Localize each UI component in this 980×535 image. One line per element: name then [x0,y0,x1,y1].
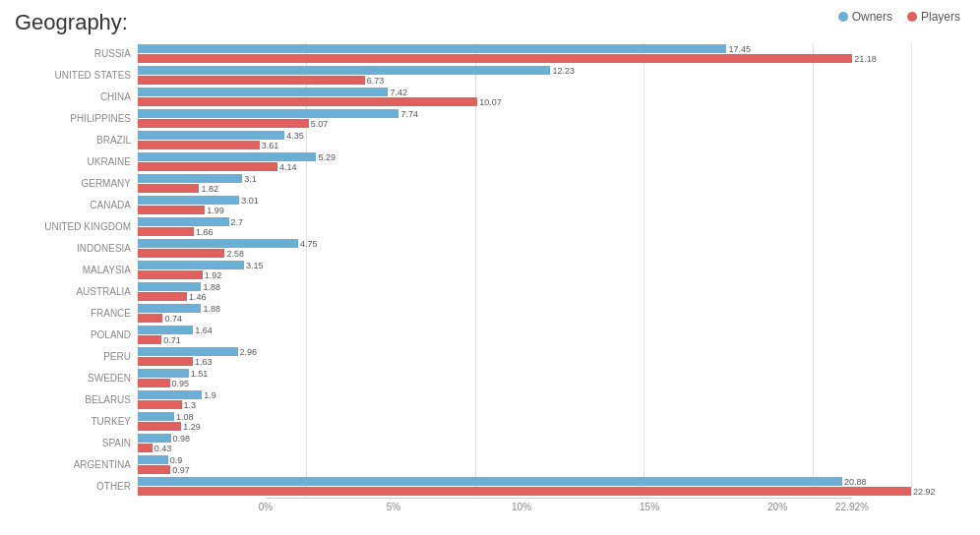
owners-value: 1.51 [191,369,209,379]
owners-bar: 7.42 [138,88,388,96]
players-bar: 1.3 [138,400,182,409]
owners-value: 0.9 [170,455,183,465]
owners-value: 1.9 [204,390,216,400]
players-bar: 0.97 [138,465,170,474]
owners-bar: 12.23 [138,66,550,75]
x-axis-tick: 20% [767,499,787,512]
country-label: SPAIN [5,433,131,453]
players-bar: 1.92 [138,270,203,279]
owners-bar: 3.1 [138,174,242,183]
country-label: MALAYSIA [5,260,131,280]
legend-owners: Owners [838,10,892,24]
owners-value: 3.01 [241,196,259,206]
players-value: 10.07 [479,97,502,107]
players-value: 1.46 [189,292,207,302]
country-label: BELARUS [5,389,131,410]
players-bar: 1.29 [138,422,181,431]
owners-bar: 1.64 [138,326,193,334]
bar-group: BRAZIL4.353.61 [138,130,911,150]
legend-players: Players [907,10,960,24]
owners-bar: 1.88 [138,282,201,291]
chart-title: Geography: [10,10,970,35]
players-bar: 2.58 [138,249,224,258]
players-value: 21.18 [854,54,877,64]
owners-value: 3.15 [246,261,264,270]
owners-bar: 1.88 [138,304,201,313]
owners-value: 4.75 [300,239,318,249]
players-bar: 22.92 [138,487,911,496]
owners-dot [838,12,848,22]
country-label: CHINA [5,87,131,107]
owners-bar: 1.51 [138,369,189,378]
chart-container: Geography: Owners Players RUSSIA17.4521.… [0,0,980,535]
players-bar: 0.43 [138,444,153,452]
country-label: POLAND [5,325,131,345]
players-value: 0.43 [154,444,172,453]
owners-value: 7.42 [390,88,407,97]
owners-bar: 3.01 [138,196,239,205]
players-value: 6.73 [367,76,385,86]
owners-bar: 2.96 [138,347,238,356]
players-bar: 0.95 [138,379,170,387]
chart-inner: RUSSIA17.4521.18UNITED STATES12.236.73CH… [138,43,911,517]
bar-group: UNITED KINGDOM2.71.66 [138,216,911,237]
owners-value: 20.88 [844,477,867,487]
bar-group: UKRAINE5.294.14 [138,151,911,172]
players-bar: 1.63 [138,357,193,366]
owners-value: 7.74 [400,109,418,119]
players-value: 1.99 [207,206,224,215]
x-axis-tick: 0% [259,499,273,512]
bar-group: CANADA3.011.99 [138,195,911,215]
bar-group: RUSSIA17.4521.18 [138,43,911,64]
owners-value: 2.96 [240,347,258,357]
players-value: 1.29 [183,422,201,432]
players-value: 1.82 [201,184,218,194]
country-label: TURKEY [5,411,131,432]
players-value: 0.95 [172,379,190,388]
bar-group: PHILIPPINES7.745.07 [138,108,911,129]
owners-value: 4.35 [286,131,304,141]
x-axis-tick: 5% [387,499,400,512]
players-value: 4.14 [279,162,297,172]
owners-value: 1.08 [176,412,194,422]
players-dot [907,12,917,22]
players-bar: 10.07 [138,97,477,106]
x-axis-tick: 15% [640,499,659,512]
chart-legend: Owners Players [838,10,960,24]
owners-bar: 1.08 [138,412,174,421]
owners-bar: 7.74 [138,109,398,118]
owners-bar: 17.45 [138,44,726,53]
players-bar: 21.18 [138,54,852,63]
owners-value: 2.7 [231,217,244,227]
owners-value: 5.29 [318,152,336,162]
owners-bar: 5.29 [138,152,316,161]
bar-group: ARGENTINA0.90.97 [138,454,911,475]
owners-bar: 4.35 [138,131,284,140]
bar-group: PERU2.961.63 [138,346,911,367]
country-label: AUSTRALIA [5,281,131,302]
owners-value: 17.45 [728,44,751,54]
owners-bar: 3.15 [138,261,244,269]
x-axis-tick: 10% [512,499,531,512]
owners-bar: 4.75 [138,239,298,248]
owners-bar: 2.7 [138,217,229,226]
players-value: 5.07 [311,119,329,129]
country-label: OTHER [5,476,131,497]
owners-value: 12.23 [552,66,575,76]
owners-bar: 20.88 [138,477,842,486]
owners-bar: 0.98 [138,434,171,443]
country-label: UNITED KINGDOM [5,216,131,237]
bar-group: FRANCE1.880.74 [138,303,911,324]
bar-group: TURKEY1.081.29 [138,411,911,432]
country-label: PERU [5,346,131,367]
bar-group: SWEDEN1.510.95 [138,368,911,388]
players-bar: 0.74 [138,314,162,323]
country-label: ARGENTINA [5,454,131,475]
players-bar: 1.99 [138,206,205,214]
players-bar: 3.61 [138,141,260,149]
bar-group: SPAIN0.980.43 [138,433,911,453]
players-bar: 6.73 [138,76,365,85]
owners-value: 1.88 [203,304,220,314]
players-value: 0.74 [164,314,182,324]
rows-container: RUSSIA17.4521.18UNITED STATES12.236.73CH… [138,43,911,497]
